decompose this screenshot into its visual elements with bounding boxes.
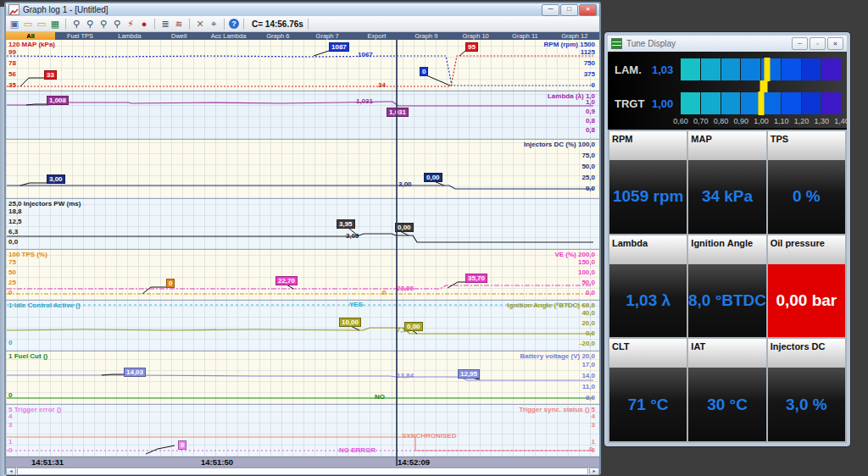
channel-list-icon[interactable]: ≣ [159,18,171,30]
close-button[interactable]: × [579,4,597,16]
save-icon[interactable]: ▣ [8,18,20,30]
axis-title-right: Injectors DC (%) 100,0 [524,141,595,148]
bar-segment [802,58,821,80]
panel-traces [6,199,599,250]
bar-segment [802,92,821,114]
toolbar-separator [243,19,244,30]
bar-segment [701,58,721,80]
minimize-button[interactable]: ─ [792,37,808,50]
help-icon[interactable]: ? [229,19,239,29]
axis-tick: 3 [8,422,12,429]
time-cursor[interactable] [396,40,398,466]
graph-toolbar: ▣▭▭▦⚲⚲⚲⚲⚡●≣≋✕⌖? C= 14:56.76s [6,16,599,32]
axis-tick: 0 [592,82,595,89]
bar-row-trgt: TRGT1,00 [615,92,842,114]
scrollbar-thumb[interactable] [17,468,588,475]
cursor-value-label: 34 [378,82,386,89]
tab-graph-9[interactable]: Graph 9 [402,32,451,40]
axis-title-left: 100 TPS (%) [8,251,47,258]
tab-dwell[interactable]: Dwell [154,32,203,40]
map-rpm-trace-1 [7,56,593,86]
panel-traces [6,40,599,91]
tab-all[interactable]: All [6,32,55,40]
axis-tick: 17,0 [581,362,595,368]
record-icon[interactable]: ● [138,18,150,30]
restore-button[interactable]: ▫ [810,37,826,50]
filter-icon[interactable]: ≋ [173,18,185,30]
trigger-trace-0 [7,437,593,451]
marker-icon[interactable]: ⌖ [208,18,220,30]
tab-lambda[interactable]: Lambda [105,32,154,40]
tab-graph-12[interactable]: Graph 12 [550,32,599,40]
value-badge: 0,00 [424,173,442,182]
horizontal-scrollbar[interactable]: ◂ ▸ [6,467,599,475]
bar-segment [721,58,741,80]
bar-label: TRGT [615,97,652,110]
bar-segment [681,58,700,80]
bar-segment [701,92,721,114]
value-badge: 3,00 [47,174,65,184]
cursor-value-label: 1,031 [356,98,373,105]
axis-tick: 18,8 [8,208,22,215]
scroll-left-arrow[interactable]: ◂ [6,468,16,475]
axis-title-right: Battery voltage (V) 20,0 [520,352,595,360]
tune-cell-tps: TPS0 % [768,131,845,234]
tune-cell-value: 30 °C [688,368,765,441]
bar-segment [782,58,801,80]
tab-acc-lambda[interactable]: Acc Lambda [203,32,253,40]
scroll-right-arrow[interactable]: ▸ [589,468,599,475]
zoom-in-icon[interactable]: ⚲ [84,18,96,30]
toolbar-separator [65,19,66,30]
map-rpm-trace-0 [7,56,593,86]
tab-graph-11[interactable]: Graph 11 [500,32,549,40]
timeline-bar: 14:51:3114:51:5014:52:09 [6,457,599,467]
value-badge: 0,00 [395,223,414,232]
tune-cell-injectors-dc: Injectors DC3,0 % [768,339,845,441]
graph-window-titlebar[interactable]: Graph log 1 - [Untitled] ─□× [6,3,599,16]
badge-callout [142,287,166,294]
graph-window-title: Graph log 1 - [Untitled] [23,3,541,16]
tune-cell-value: 0,00 bar [768,264,845,338]
toolbar-separator [189,19,190,30]
close-button[interactable]: ✕ [827,37,843,50]
zoom-fit-icon[interactable]: ⚲ [111,18,123,30]
minimize-button[interactable]: ─ [542,4,559,16]
bar-connector-gap [681,80,842,92]
lambda-scale: 0,600,700,800,901,001,101,201,301,40 [681,114,842,128]
tab-graph-6[interactable]: Graph 6 [253,32,303,40]
axis-tick: 6,3 [8,229,18,235]
tab-fuel-tps[interactable]: Fuel TPS [55,32,104,40]
value-badge: 3,95 [337,219,355,229]
axis-tick: 100,0 [578,269,595,276]
axis-tick: 0,9 [586,108,595,115]
tab-graph-7[interactable]: Graph 7 [303,32,352,40]
badge-callout [426,75,450,86]
open-folder-icon[interactable]: ▭ [22,18,34,30]
tune-cell-lambda: Lambda1,03 λ [609,235,687,338]
zoom-out-icon[interactable]: ⚲ [70,18,82,30]
cursor-value-label: NO [375,394,385,401]
value-badge: 1087 [329,42,349,52]
axis-tick: 50 [8,269,16,276]
open-folder2-icon[interactable]: ▭ [36,18,47,30]
lambda-bar [681,58,842,80]
bar-value: 1,00 [652,97,681,110]
cut-icon[interactable]: ✕ [194,18,206,30]
bar-marker [765,58,771,81]
axis-title-left: 120 MAP (kPa) [8,41,55,48]
bar-marker [759,91,765,115]
axis-tick: 0 [8,290,12,296]
tune-display-titlebar[interactable]: Tune Display ─▫✕ [608,36,847,52]
idle-ignition-trace-1 [7,328,593,334]
axis-tick: 0,0 [586,290,595,296]
maximize-button[interactable]: □ [560,4,578,16]
zoom-window-icon[interactable]: ⚲ [97,18,109,30]
excel-export-icon[interactable]: ▦ [49,18,61,30]
tune-cell-iat: IAT30 °C [688,339,765,441]
tab-export[interactable]: Export [352,32,401,40]
axis-tick: 0,0 [8,239,18,246]
graph-panel-idle-ignition: 1 Idle Control Active ()0Ignition Angle … [6,300,599,351]
tab-graph-10[interactable]: Graph 10 [451,32,500,40]
axis-title-right: RPM (rpm) 1500 [544,41,595,48]
flash-icon[interactable]: ⚡ [125,18,136,30]
